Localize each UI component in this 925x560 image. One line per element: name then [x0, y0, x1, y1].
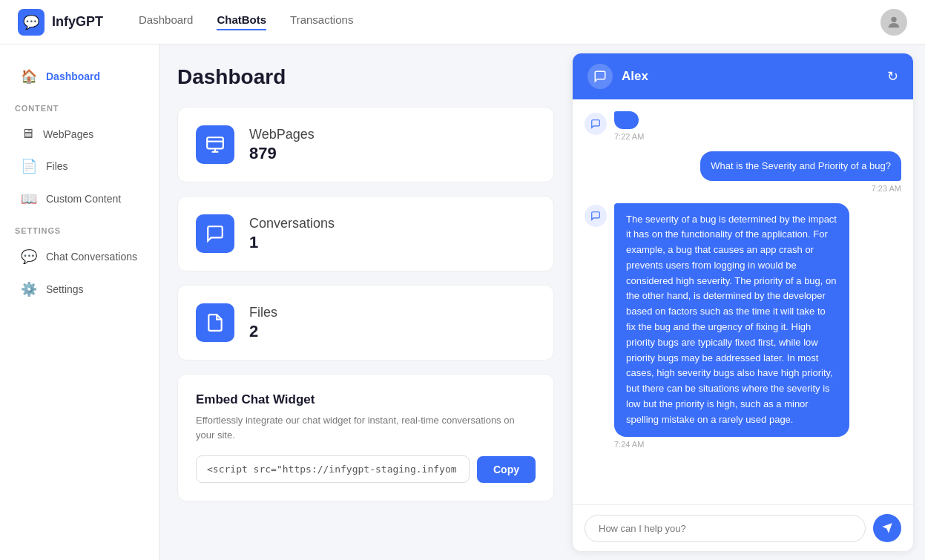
embed-title: Embed Chat Widget — [196, 392, 536, 407]
content-area: Dashboard WebPages 879 Conversations 1 — [159, 45, 572, 560]
sidebar-item-files[interactable]: 📄 Files — [6, 151, 153, 182]
home-icon: 🏠 — [21, 68, 37, 85]
logo-area: 💬 InfyGPT — [18, 9, 103, 36]
bubble-1: What is the Severity and Priority of a b… — [700, 151, 901, 181]
sidebar-item-chat-conversations[interactable]: 💬 Chat Conversations — [6, 241, 153, 272]
files-card-label: Files — [249, 305, 277, 320]
settings-icon: ⚙️ — [21, 281, 37, 297]
sidebar-item-webpages[interactable]: 🖥 WebPages — [6, 119, 153, 149]
bot-avatar-0 — [585, 113, 607, 135]
message-row-2: The severity of a bug is determined by t… — [585, 203, 901, 449]
copy-button[interactable]: Copy — [477, 456, 536, 483]
webpages-card-count: 879 — [249, 144, 315, 163]
embed-card: Embed Chat Widget Effortlessly integrate… — [177, 374, 554, 501]
topnav: 💬 InfyGPT Dashboard ChatBots Transaction… — [0, 0, 925, 45]
settings-section-label: SETTINGS — [0, 216, 159, 240]
webpages-card: WebPages 879 — [177, 107, 554, 182]
sidebar-webpages-label: WebPages — [43, 128, 93, 140]
bubble-0 — [614, 111, 639, 129]
chat-input-row — [573, 504, 913, 551]
content-section-label: CONTENT — [0, 93, 159, 117]
files-card-info: Files 2 — [249, 305, 277, 341]
main-layout: 🏠 Dashboard CONTENT 🖥 WebPages 📄 Files 📖… — [0, 45, 925, 560]
send-button[interactable] — [873, 514, 901, 542]
msg-time-0: 7:22 AM — [614, 132, 644, 141]
sidebar-chat-conversations-label: Chat Conversations — [46, 251, 137, 263]
page-title: Dashboard — [177, 65, 554, 89]
app-name: InfyGPT — [52, 14, 103, 30]
nav-links: Dashboard ChatBots Transactions — [139, 13, 880, 30]
embed-code-row: Copy — [196, 455, 536, 483]
svg-rect-1 — [207, 137, 223, 148]
message-row-1: What is the Severity and Priority of a b… — [585, 151, 901, 193]
sidebar-item-custom-content[interactable]: 📖 Custom Content — [6, 183, 153, 214]
nav-transactions[interactable]: Transactions — [290, 13, 353, 30]
chat-header-left: Alex — [587, 64, 648, 89]
conversations-card: Conversations 1 — [177, 196, 554, 271]
chat-messages: 7:22 AM What is the Severity and Priorit… — [573, 99, 913, 504]
refresh-icon[interactable]: ↻ — [887, 68, 898, 85]
chat-input[interactable] — [585, 515, 866, 542]
sidebar-files-label: Files — [46, 160, 68, 172]
conversations-card-count: 1 — [249, 233, 335, 252]
message-content-2: The severity of a bug is determined by t… — [614, 203, 901, 449]
conversations-card-label: Conversations — [249, 216, 335, 231]
embed-code-input[interactable] — [196, 455, 470, 483]
sidebar-item-dashboard[interactable]: 🏠 Dashboard — [6, 61, 153, 92]
conversations-card-icon — [196, 214, 234, 253]
custom-content-icon: 📖 — [21, 191, 37, 207]
chat-bot-icon — [587, 64, 613, 89]
webpages-card-info: WebPages 879 — [249, 127, 315, 163]
webpages-icon: 🖥 — [21, 126, 34, 142]
bot-avatar-2 — [585, 205, 607, 227]
sidebar-custom-content-label: Custom Content — [46, 193, 121, 205]
files-icon: 📄 — [21, 158, 37, 174]
sidebar-dashboard-label: Dashboard — [46, 70, 100, 82]
message-content-0: 7:22 AM — [614, 111, 644, 141]
logo-icon: 💬 — [18, 9, 45, 36]
embed-desc: Effortlessly integrate our chat widget f… — [196, 413, 536, 442]
chat-bot-name: Alex — [622, 69, 648, 84]
nav-chatbots[interactable]: ChatBots — [217, 13, 266, 30]
user-avatar[interactable] — [880, 9, 907, 36]
svg-point-0 — [891, 16, 896, 22]
sidebar-item-settings[interactable]: ⚙️ Settings — [6, 274, 153, 305]
chat-conversations-icon: 💬 — [21, 248, 37, 265]
conversations-card-info: Conversations 1 — [249, 216, 335, 252]
files-card: Files 2 — [177, 285, 554, 360]
files-card-icon — [196, 303, 234, 342]
bubble-2: The severity of a bug is determined by t… — [614, 203, 849, 437]
sidebar-settings-label: Settings — [46, 283, 84, 295]
files-card-count: 2 — [249, 322, 277, 341]
sidebar: 🏠 Dashboard CONTENT 🖥 WebPages 📄 Files 📖… — [0, 45, 159, 560]
webpages-card-icon — [196, 125, 234, 164]
chat-panel: Alex ↻ 7:22 AM What is the Severity and … — [572, 53, 913, 551]
msg-time-1: 7:23 AM — [872, 184, 901, 193]
message-row-0: 7:22 AM — [585, 111, 901, 141]
nav-dashboard[interactable]: Dashboard — [139, 13, 193, 30]
msg-time-2: 7:24 AM — [614, 440, 901, 449]
webpages-card-label: WebPages — [249, 127, 315, 142]
chat-header: Alex ↻ — [573, 53, 913, 99]
